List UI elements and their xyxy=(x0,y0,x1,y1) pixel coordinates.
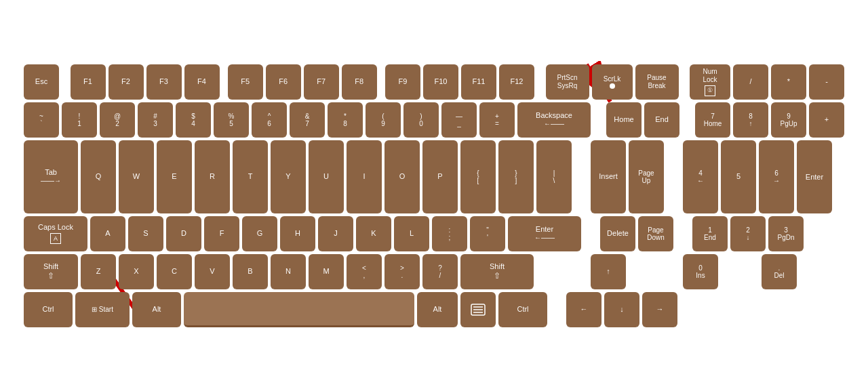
key-quote[interactable]: " ' xyxy=(470,216,505,251)
key-f[interactable]: F xyxy=(204,216,239,251)
key-f11[interactable]: F11 xyxy=(461,64,496,100)
key-num7[interactable]: 7 Home xyxy=(695,102,730,138)
key-close-bracket[interactable]: } ] xyxy=(498,140,534,213)
key-slash[interactable]: ? / xyxy=(422,254,458,289)
key-minus[interactable]: — _ xyxy=(441,102,477,138)
key-space[interactable] xyxy=(184,292,414,327)
key-v[interactable]: V xyxy=(195,254,230,289)
key-a[interactable]: A xyxy=(90,216,125,251)
key-numpad-plus[interactable]: + xyxy=(809,102,844,138)
key-num6[interactable]: 6 → xyxy=(759,140,794,213)
key-s[interactable]: S xyxy=(128,216,163,251)
key-b[interactable]: B xyxy=(233,254,268,289)
key-f4[interactable]: F4 xyxy=(184,64,220,100)
key-num4[interactable]: 4 ← xyxy=(683,140,718,213)
key-j[interactable]: J xyxy=(318,216,353,251)
key-w[interactable]: W xyxy=(119,140,154,213)
key-8[interactable]: * 8 xyxy=(328,102,363,138)
key-num5[interactable]: 5 xyxy=(721,140,756,213)
key-l[interactable]: L xyxy=(394,216,429,251)
key-semicolon[interactable]: : ; xyxy=(432,216,467,251)
key-numlock[interactable]: NumLock ① xyxy=(690,64,730,100)
key-numpad-multiply[interactable]: * xyxy=(771,64,806,100)
key-num3[interactable]: 3 PgDn xyxy=(768,216,804,251)
key-pageup[interactable]: Page Up xyxy=(629,140,664,213)
key-e[interactable]: E xyxy=(157,140,192,213)
key-shift-right[interactable]: Shift ⇧ xyxy=(460,254,534,289)
key-numpad-slash[interactable]: / xyxy=(733,64,768,100)
key-arrow-left[interactable]: ← xyxy=(566,292,601,327)
key-f10[interactable]: F10 xyxy=(423,64,458,100)
key-f5[interactable]: F5 xyxy=(228,64,263,100)
key-r[interactable]: R xyxy=(195,140,230,213)
key-ctrl-left[interactable]: Ctrl xyxy=(24,292,73,327)
key-shift-left[interactable]: Shift ⇧ xyxy=(24,254,78,289)
key-t[interactable]: T xyxy=(233,140,268,213)
key-f7[interactable]: F7 xyxy=(304,64,339,100)
key-capslock[interactable]: Caps Lock A xyxy=(24,216,87,251)
key-delete[interactable]: Delete xyxy=(600,216,635,251)
key-arrow-right[interactable]: → xyxy=(642,292,677,327)
key-g[interactable]: G xyxy=(242,216,277,251)
key-alt-left[interactable]: Alt xyxy=(132,292,181,327)
key-o[interactable]: O xyxy=(384,140,420,213)
key-h[interactable]: H xyxy=(280,216,315,251)
key-6[interactable]: ^ 6 xyxy=(252,102,287,138)
key-z[interactable]: Z xyxy=(81,254,116,289)
key-f3[interactable]: F3 xyxy=(146,64,182,100)
key-numdot[interactable]: . Del xyxy=(762,254,797,289)
key-5[interactable]: % 5 xyxy=(214,102,249,138)
key-num9[interactable]: 9 PgUp xyxy=(771,102,806,138)
key-pagedown[interactable]: Page Down xyxy=(638,216,673,251)
key-x[interactable]: X xyxy=(119,254,154,289)
key-arrow-down[interactable]: ↓ xyxy=(604,292,639,327)
key-9[interactable]: ( 9 xyxy=(366,102,401,138)
key-f2[interactable]: F2 xyxy=(108,64,144,100)
key-tilde[interactable]: ~ ` xyxy=(24,102,59,138)
key-f12[interactable]: F12 xyxy=(499,64,534,100)
key-backspace[interactable]: Backspace ←—— xyxy=(517,102,591,138)
key-home[interactable]: Home xyxy=(606,102,642,138)
key-insert[interactable]: Insert xyxy=(591,140,626,213)
key-3[interactable]: # 3 xyxy=(138,102,173,138)
key-4[interactable]: $ 4 xyxy=(176,102,211,138)
key-open-bracket[interactable]: { [ xyxy=(460,140,496,213)
key-1[interactable]: ! 1 xyxy=(62,102,97,138)
key-k[interactable]: K xyxy=(356,216,391,251)
key-c[interactable]: C xyxy=(157,254,192,289)
key-numpad-minus[interactable]: - xyxy=(809,64,844,100)
key-u[interactable]: U xyxy=(309,140,344,213)
key-f1[interactable]: F1 xyxy=(71,64,106,100)
key-num0[interactable]: 0 Ins xyxy=(683,254,718,289)
key-i[interactable]: I xyxy=(347,140,382,213)
key-comma[interactable]: < , xyxy=(347,254,382,289)
key-tab[interactable]: Tab ——→ xyxy=(24,140,78,213)
key-n[interactable]: N xyxy=(271,254,306,289)
key-2[interactable]: @ 2 xyxy=(100,102,135,138)
key-ctrl-right[interactable]: Ctrl xyxy=(498,292,547,327)
key-equals[interactable]: + = xyxy=(479,102,515,138)
key-m[interactable]: M xyxy=(309,254,344,289)
key-end[interactable]: End xyxy=(644,102,679,138)
key-q[interactable]: Q xyxy=(81,140,116,213)
key-period[interactable]: > . xyxy=(384,254,420,289)
key-7[interactable]: & 7 xyxy=(290,102,325,138)
key-d[interactable]: D xyxy=(166,216,201,251)
key-f9[interactable]: F9 xyxy=(385,64,420,100)
key-num8[interactable]: 8 ↑ xyxy=(733,102,768,138)
key-num2[interactable]: 2 ↓ xyxy=(730,216,766,251)
key-start[interactable]: ⊞ Start xyxy=(75,292,130,327)
key-numpad-enter[interactable]: Enter xyxy=(797,140,832,213)
key-backslash[interactable]: | \ xyxy=(536,140,572,213)
key-p[interactable]: P xyxy=(422,140,458,213)
key-esc[interactable]: Esc xyxy=(24,64,59,100)
key-num1[interactable]: 1 End xyxy=(692,216,728,251)
key-pause[interactable]: PauseBreak xyxy=(635,64,679,100)
key-f8[interactable]: F8 xyxy=(342,64,377,100)
key-alt-right[interactable]: Alt xyxy=(417,292,458,327)
key-0[interactable]: ) 0 xyxy=(403,102,439,138)
key-f6[interactable]: F6 xyxy=(266,64,301,100)
key-arrow-up[interactable]: ↑ xyxy=(591,254,626,289)
key-enter[interactable]: Enter ←—— xyxy=(508,216,581,251)
key-scrlock[interactable]: ScrLk xyxy=(592,64,633,100)
